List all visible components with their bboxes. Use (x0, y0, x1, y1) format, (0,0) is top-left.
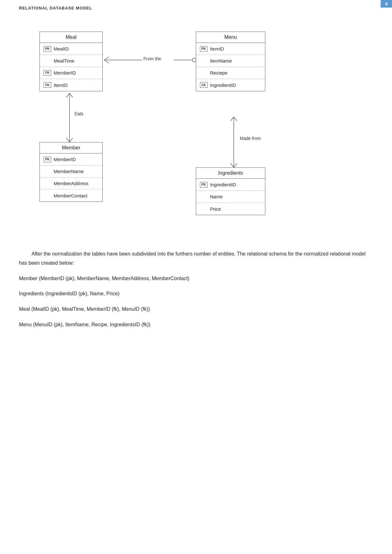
diagram-area: Meal PK MealID MealTime FK MemberID FK I… (19, 19, 366, 240)
svg-line-9 (69, 138, 73, 142)
fk-badge-2: FK (44, 82, 51, 88)
member-entity-header: Member (40, 142, 102, 154)
svg-line-3 (104, 60, 109, 63)
menu-entity-header: Menu (196, 32, 265, 43)
svg-line-14 (234, 163, 237, 167)
menu-entity: Menu PK ItemID ItemName Reciepe FK Ingre… (196, 32, 265, 91)
meal-row-memberid: FK MemberID (40, 67, 102, 79)
member-entity: Member PK MemberID MemberName MemberAddr… (39, 142, 103, 202)
meal-row-mealid: PK MealID (40, 43, 102, 55)
meal-row-mealtime: MealTime (40, 55, 102, 67)
pk-badge-ingredients: PK (200, 182, 208, 188)
meal-row-itemid: FK ItemID (40, 79, 102, 91)
member-row-memberaddress: MemberAddress (40, 178, 102, 190)
svg-line-7 (69, 93, 73, 97)
page-header: RELATIONAL DATABASE MODEL (19, 6, 92, 10)
schema-member: Member (MemberID (pk), MemberName, Membe… (19, 274, 366, 283)
svg-line-6 (66, 93, 69, 97)
pk-badge-menu: PK (200, 46, 208, 52)
menu-row-ingredientid: FK IngredientID (196, 79, 265, 91)
schema-ingredients: Ingredients (IngredientsID (pk), Name, P… (19, 289, 366, 298)
fk-badge-menu: FK (200, 82, 208, 88)
member-row-membercontact: MemberContact (40, 190, 102, 202)
svg-line-11 (231, 117, 234, 121)
ingredients-entity-header: Ingredients (196, 168, 265, 179)
member-row-memberid: PK MemberID (40, 154, 102, 166)
made-from-label: Made from (238, 136, 262, 141)
ingredients-row-name: Name (196, 191, 265, 203)
eats-label: Eats (73, 111, 85, 116)
menu-row-itemid: PK ItemID (196, 43, 265, 55)
meal-entity: Meal PK MealID MealTime FK MemberID FK I… (39, 32, 103, 91)
svg-line-13 (231, 163, 234, 167)
pk-badge: PK (44, 46, 51, 52)
svg-line-12 (234, 117, 237, 121)
from-the-label: From the (142, 56, 162, 61)
text-content: After the normalization the tables have … (19, 250, 366, 336)
schema-menu: Menu (MenuID (pk), ItemName, Recipe, Ing… (19, 320, 366, 329)
svg-line-2 (104, 57, 109, 60)
fk-badge: FK (44, 70, 51, 76)
paragraph1: After the normalization the tables have … (19, 250, 366, 268)
ingredients-row-price: Price (196, 203, 265, 215)
ingredients-entity: Ingredients PK IngredientID Name Price (196, 167, 265, 215)
menu-row-reciepe: Reciepe (196, 67, 265, 79)
schema-meal: Meal (MealID (pk), MealTime, MemberID (f… (19, 305, 366, 314)
pk-badge-member: PK (44, 157, 51, 162)
page-number: 4 (381, 0, 392, 8)
menu-row-itemname: ItemName (196, 55, 265, 67)
meal-entity-header: Meal (40, 32, 102, 43)
ingredients-row-ingredientid: PK IngredientID (196, 179, 265, 191)
member-row-membername: MemberName (40, 166, 102, 178)
svg-line-8 (66, 138, 69, 142)
